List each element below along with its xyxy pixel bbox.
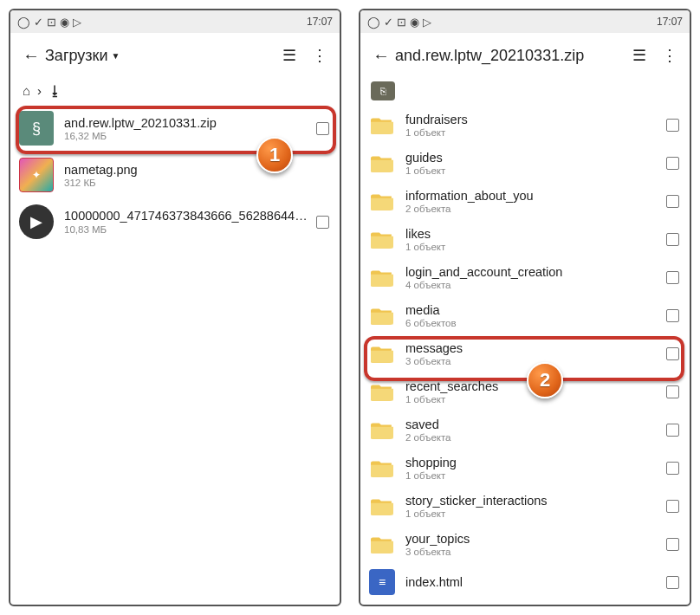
folder-row[interactable]: messages 3 объекта — [360, 334, 690, 372]
checkbox[interactable] — [666, 195, 679, 208]
folder-count: 1 объект — [405, 242, 659, 252]
folder-count: 1 объект — [405, 470, 659, 481]
status-bar: ◯ ✓ ⊡ ◉ ▷ 17:07 — [10, 10, 340, 33]
folder-name: messages — [405, 341, 659, 355]
folder-row[interactable]: media 6 объектов — [360, 296, 690, 334]
checkbox[interactable] — [666, 424, 679, 437]
folder-row[interactable]: information_about_you 2 объекта — [360, 182, 690, 220]
folder-icon — [369, 493, 395, 519]
file-size: 10,83 МБ — [64, 224, 309, 235]
clock: 17:07 — [307, 16, 333, 28]
html-icon: ≡ — [369, 569, 395, 595]
shazam-icon: ◉ — [60, 16, 69, 29]
status-icons-left: ◯ ✓ ⊡ ◉ ▷ — [17, 16, 81, 29]
download-icon: ⊡ — [397, 16, 406, 29]
dropdown-icon: ▼ — [111, 51, 120, 61]
folder-count: 6 объектов — [405, 318, 659, 328]
opera-icon: ◯ — [17, 16, 30, 29]
checkbox[interactable] — [666, 233, 679, 246]
folder-icon — [369, 226, 395, 252]
folder-name: media — [405, 303, 659, 317]
checkbox[interactable] — [666, 538, 679, 551]
file-row-vid[interactable]: ▶ 10000000_471746373843666_5628864451922… — [10, 198, 340, 245]
checkbox[interactable] — [666, 309, 679, 322]
folder-row[interactable]: saved 2 объекта — [360, 411, 690, 449]
page-title[interactable]: Загрузки ▼ — [45, 47, 282, 65]
checkbox[interactable] — [316, 122, 329, 135]
more-icon[interactable]: ⋮ — [312, 46, 327, 65]
download-icon: ⊡ — [47, 16, 56, 29]
folder-name: your_topics — [405, 532, 659, 546]
download-crumb-icon[interactable]: ⭳ — [49, 83, 62, 98]
chevron-icon: › — [37, 83, 42, 98]
folder-icon — [369, 112, 395, 138]
folder-count: 1 объект — [405, 165, 659, 176]
folder-row[interactable]: login_and_account_creation 4 объекта — [360, 258, 690, 296]
folder-count: 1 объект — [405, 508, 659, 519]
checkbox[interactable] — [666, 157, 679, 170]
back-button[interactable]: ← — [367, 46, 395, 66]
folder-name: shopping — [405, 456, 659, 469]
folder-icon — [369, 379, 395, 405]
clock: 17:07 — [657, 16, 683, 28]
checkbox[interactable] — [666, 576, 679, 589]
file-row-zip[interactable]: § and.rew.lptw_20210331.zip 16,32 МБ — [10, 105, 340, 152]
folder-row[interactable]: fundraisers 1 объект — [360, 106, 690, 144]
folder-count: 4 объекта — [405, 280, 659, 290]
file-list: § and.rew.lptw_20210331.zip 16,32 МБ ✦ n… — [10, 105, 340, 245]
list-view-icon[interactable]: ☰ — [632, 46, 646, 65]
breadcrumb[interactable]: ⌂ › ⭳ — [10, 78, 340, 105]
folder-icon — [369, 302, 395, 328]
page-title: and.rew.lptw_20210331.zip — [395, 47, 632, 65]
checkbox[interactable] — [666, 462, 679, 475]
status-bar: ◯ ✓ ⊡ ◉ ▷ 17:07 — [360, 10, 690, 33]
folder-row[interactable]: guides 1 объект — [360, 144, 690, 182]
checkbox[interactable] — [666, 385, 679, 398]
more-icon[interactable]: ⋮ — [662, 46, 677, 65]
file-name: and.rew.lptw_20210331.zip — [64, 116, 309, 130]
title-text: Загрузки — [45, 47, 107, 65]
checkbox[interactable] — [666, 271, 679, 284]
checkbox[interactable] — [666, 500, 679, 513]
folder-icon — [369, 531, 395, 557]
folder-icon — [369, 340, 395, 366]
folder-icon — [369, 150, 395, 176]
home-icon[interactable]: ⌂ — [23, 83, 30, 98]
folder-icon — [369, 188, 395, 214]
back-button[interactable]: ← — [17, 46, 45, 66]
app-bar: ← Загрузки ▼ ☰ ⋮ — [10, 33, 340, 78]
check-icon: ✓ — [34, 16, 43, 29]
video-icon: ▶ — [19, 204, 54, 239]
callout-badge-1: 1 — [256, 137, 293, 173]
folder-row[interactable]: story_sticker_interactions 1 объект — [360, 487, 690, 525]
folder-row[interactable]: recent_searches 1 объект — [360, 372, 690, 411]
file-name: index.html — [405, 575, 659, 589]
app-bar: ← and.rew.lptw_20210331.zip ☰ ⋮ — [360, 33, 690, 78]
image-icon: ✦ — [19, 158, 54, 192]
folder-row[interactable]: likes 1 объект — [360, 220, 690, 258]
folder-row[interactable]: your_topics 3 объекта — [360, 525, 690, 563]
opera-icon: ◯ — [367, 16, 380, 29]
file-row-html[interactable]: ≡ index.html — [360, 563, 690, 601]
shazam-icon: ◉ — [410, 16, 419, 29]
folder-count: 3 объекта — [405, 547, 659, 557]
checkbox[interactable] — [666, 347, 679, 360]
checkbox[interactable] — [316, 216, 329, 229]
phone-right: ◯ ✓ ⊡ ◉ ▷ 17:07 ← and.rew.lptw_20210331.… — [359, 9, 691, 606]
extract-button[interactable]: ⎘ — [371, 81, 395, 100]
folder-row[interactable]: shopping 1 объект — [360, 449, 690, 487]
folder-count: 2 объекта — [405, 432, 659, 443]
file-name: 10000000_471746373843666_562886445192238… — [64, 209, 309, 223]
folder-icon — [369, 455, 395, 481]
checkbox[interactable] — [666, 119, 679, 132]
title-text: and.rew.lptw_20210331.zip — [395, 47, 584, 65]
folder-name: fundraisers — [405, 113, 659, 126]
play-icon: ▷ — [73, 16, 81, 29]
folder-count: 1 объект — [405, 394, 659, 405]
folder-icon — [369, 417, 395, 443]
folder-name: likes — [405, 227, 659, 241]
folder-name: guides — [405, 151, 659, 165]
folder-icon — [369, 264, 395, 290]
list-view-icon[interactable]: ☰ — [282, 46, 296, 65]
folder-count: 2 объекта — [405, 204, 659, 214]
